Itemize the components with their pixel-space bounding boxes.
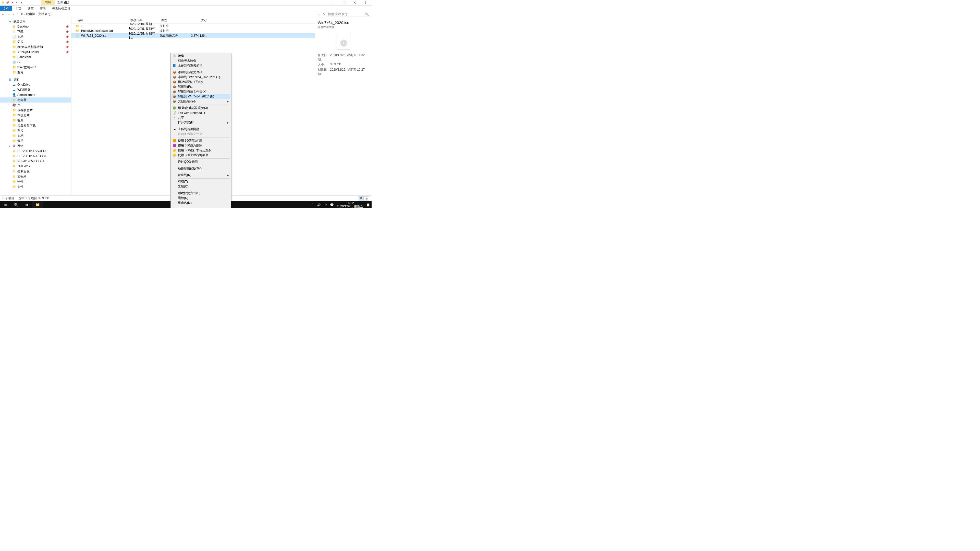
menu-item[interactable]: 通过QQ发送到	[171, 159, 231, 164]
nav-tree[interactable]: ⌄ ★ 快速访问 🖥 Desktop 📌 ⬇ 下载 📌 📄 文档 📌 🖼 图片 …	[0, 17, 72, 195]
menu-item[interactable]: 属性(R)	[171, 207, 231, 208]
search-box[interactable]: 搜索"文档 (E:)" 🔍	[327, 12, 370, 17]
tree-item[interactable]: › 📚 库	[0, 103, 71, 108]
menu-item[interactable]: 🟧 使用 360解除占用	[171, 138, 231, 143]
file-list[interactable]: 名称 修改日期 类型 大小 📁 1 2020/12/15, 星期二 1... 文…	[72, 17, 315, 195]
expand-icon[interactable]: ›	[9, 104, 11, 106]
menu-item[interactable]: 📝 Edit with Notepad++	[171, 110, 231, 115]
search-icon[interactable]: 🔍	[365, 13, 369, 16]
explorer-taskbar-button[interactable]: 📁	[32, 201, 43, 208]
tree-item[interactable]: › 🖥 此电脑	[0, 97, 71, 103]
menu-item[interactable]: 📦 解压到 Win7x64_2020\ (E)	[171, 94, 231, 99]
tree-item[interactable]: › ☁ OneDrive	[0, 82, 71, 87]
expand-icon[interactable]: ⌄	[9, 144, 11, 147]
col-name[interactable]: 名称	[76, 17, 129, 24]
tree-item[interactable]: 📁 天翼云盘下载	[0, 123, 71, 128]
tree-item[interactable]: 🖥 ZMT2019	[0, 164, 71, 169]
breadcrumb-drive[interactable]: 文档 (E:)	[38, 12, 50, 16]
tree-item[interactable]: 📁 本机照片	[0, 113, 71, 118]
file-row[interactable]: 📁 BaiduNetdiskDownload 2020/12/25, 星期五 1…	[72, 28, 315, 33]
tree-item[interactable]: 📁 excel表格制作求和 📌	[0, 44, 71, 49]
menu-item[interactable]: 重命名(M)	[171, 200, 231, 205]
tree-item[interactable]: › ☁ WPS网盘	[0, 87, 71, 92]
ribbon-tab-file[interactable]: 文件	[0, 6, 12, 11]
tree-quick-access[interactable]: ⌄ ★ 快速访问	[0, 19, 71, 24]
expand-icon[interactable]: ⌄	[5, 78, 6, 81]
tree-item[interactable]: 🖥 DESKTOP-LSSOEDP	[0, 148, 71, 154]
ribbon-tab-view[interactable]: 查看	[37, 6, 49, 11]
tree-item[interactable]: › 👤 Administrator	[0, 92, 71, 97]
forward-button[interactable]: →	[7, 13, 10, 16]
action-center-icon[interactable]: 📋	[366, 203, 370, 206]
menu-item[interactable]: 删除(D)	[171, 196, 231, 200]
tree-item[interactable]: 📄 文档 📌	[0, 34, 71, 39]
qat-undo-icon[interactable]: ↶	[15, 1, 19, 5]
tree-item[interactable]: 📁 图片	[0, 70, 71, 75]
col-type[interactable]: 类型	[160, 17, 185, 24]
expand-icon[interactable]: ›	[9, 89, 11, 91]
menu-item[interactable]: ☁ 上传到百度网盘	[171, 127, 231, 132]
menu-item[interactable]: 还原以前的版本(V)	[171, 166, 231, 171]
tree-item[interactable]: 📁 文档	[0, 133, 71, 138]
tree-item[interactable]: 📁 软件	[0, 179, 71, 184]
search-button[interactable]: 🔍	[11, 201, 21, 208]
refresh-icon[interactable]: ⟳	[323, 13, 325, 16]
tree-desktop[interactable]: ⌄ 🖥 桌面	[0, 77, 71, 82]
maximize-button[interactable]: ▢	[340, 1, 348, 5]
clock[interactable]: 16:32 2020/12/25, 星期五	[337, 202, 363, 208]
tree-item[interactable]: 📁 Bandicam	[0, 55, 71, 60]
file-row[interactable]: 💿 Win7x64_2020.iso 2020/12/25, 星期五 1... …	[72, 33, 315, 38]
qat-delete-icon[interactable]: ✖	[10, 1, 14, 5]
menu-item[interactable]: 🟡 使用 360管理右键菜单	[171, 153, 231, 158]
expand-icon[interactable]: ⌄	[5, 20, 6, 23]
menu-item[interactable]: 创建快捷方式(S)	[171, 191, 231, 196]
close-button[interactable]: ✕	[351, 1, 358, 5]
expand-icon[interactable]: ›	[9, 99, 11, 101]
up-button[interactable]: ↑	[17, 13, 18, 16]
back-button[interactable]: ←	[2, 13, 5, 16]
file-row[interactable]: 📁 1 2020/12/15, 星期二 1... 文件夹	[72, 24, 315, 28]
menu-item[interactable]: 🟡 使用 360进行木马云查杀	[171, 148, 231, 153]
menu-item[interactable]: 🟪 使用 360强力删除	[171, 143, 231, 148]
tree-item[interactable]: 🗑 回收站	[0, 174, 71, 179]
volume-icon[interactable]: 🔊	[317, 203, 321, 206]
breadcrumb-pc[interactable]: 此电脑	[26, 12, 35, 16]
tree-item[interactable]: 📁 文件	[0, 184, 71, 189]
menu-item[interactable]: 发送到(N) ▶	[171, 173, 231, 178]
tree-item[interactable]: 📁 win7重装win7	[0, 65, 71, 70]
tray-overflow-icon[interactable]: ⌃	[311, 203, 314, 206]
notification-icon[interactable]: 💬	[330, 203, 334, 206]
tree-item[interactable]: 📁 YUNQISHI2019 📌	[0, 49, 71, 55]
breadcrumb[interactable]: 🖥 › 此电脑 › 文档 (E:) › ⌄ ⟳	[20, 12, 325, 16]
expand-icon[interactable]: ›	[9, 83, 11, 86]
menu-item[interactable]: 刻录光盘映像	[171, 59, 231, 63]
tree-item[interactable]: 📁 视频	[0, 118, 71, 123]
menu-item[interactable]: 📦 解压到(F)...	[171, 84, 231, 89]
menu-item[interactable]: 📦 其他压缩命令 ▶	[171, 99, 231, 104]
tree-item[interactable]: 💿 G:\	[0, 60, 71, 65]
icons-view-button[interactable]: ▦	[364, 197, 369, 200]
help-icon[interactable]: ?	[362, 1, 369, 5]
menu-item[interactable]: ↗ 共享	[171, 115, 231, 120]
qat-pin-icon[interactable]: 📌	[6, 1, 10, 5]
minimize-button[interactable]: —	[330, 1, 337, 5]
tree-item[interactable]: 🖼 图片 📌	[0, 39, 71, 44]
tree-item[interactable]: 📁 保存的图片	[0, 108, 71, 113]
qat-dropdown-icon[interactable]: ▾	[19, 1, 24, 5]
tree-item[interactable]: 🖥 Desktop 📌	[0, 24, 71, 29]
ribbon-tab-share[interactable]: 共享	[24, 6, 37, 11]
tree-item[interactable]: 📁 图片	[0, 128, 71, 133]
task-view-button[interactable]: ⧉	[21, 201, 32, 208]
menu-item[interactable]: 打开方式(H) ▶	[171, 120, 231, 125]
menu-item[interactable]: 📦 添加到 "Win7x64_2020.zip" (T)	[171, 75, 231, 79]
tree-item[interactable]: ⚙ 控制面板	[0, 169, 71, 174]
menu-item[interactable]: 📘 上传到有道云笔记	[171, 63, 231, 68]
tree-item[interactable]: 🖥 DESKTOP-NJEU3CG	[0, 154, 71, 159]
col-size[interactable]: 大小	[185, 17, 209, 24]
menu-item[interactable]: 📦 用360压缩打开(Q)	[171, 79, 231, 84]
ribbon-tab-isotools[interactable]: 光盘映像工具	[49, 6, 73, 11]
menu-item[interactable]: 复制(C)	[171, 184, 231, 189]
history-dropdown-icon[interactable]: ⌄	[318, 13, 320, 16]
expand-icon[interactable]: ›	[9, 94, 11, 96]
tree-item[interactable]: ⬇ 下载 📌	[0, 29, 71, 34]
